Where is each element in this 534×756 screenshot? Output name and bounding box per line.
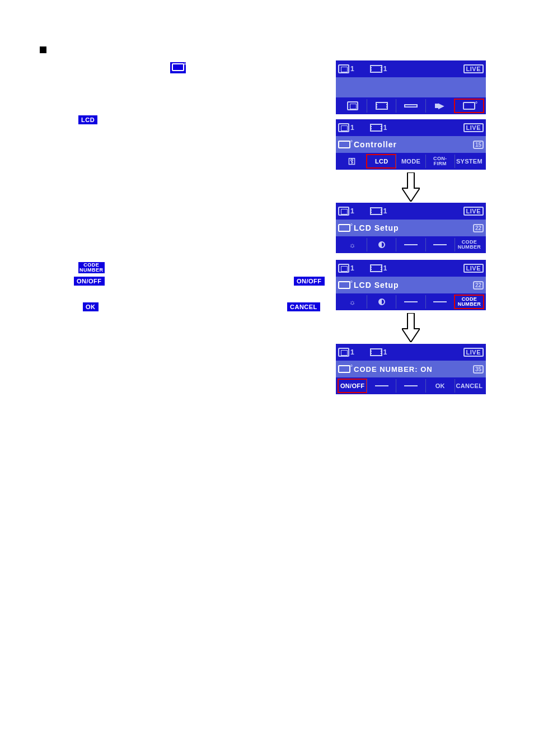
speaker-button[interactable] xyxy=(425,99,455,113)
code-number-button[interactable]: CODENUMBER xyxy=(455,238,484,251)
title-row: Controller 15 xyxy=(336,136,486,153)
spacer-row xyxy=(336,77,486,97)
film-num: 1 xyxy=(383,346,387,359)
lcd-tag: LCD xyxy=(78,115,97,124)
monitor-button[interactable] xyxy=(338,99,367,113)
brightness-button[interactable]: ☼ xyxy=(338,238,367,251)
controller-icon xyxy=(338,221,350,235)
monitor-icon xyxy=(338,62,349,76)
arrow-down-icon xyxy=(402,172,424,202)
blank-button-1[interactable] xyxy=(396,295,425,309)
confirm-button[interactable]: CON-FIRM xyxy=(425,155,455,168)
screen-title: Controller xyxy=(354,138,397,151)
system-button[interactable]: SYSTEM xyxy=(455,155,484,168)
contrast-button[interactable] xyxy=(367,238,396,251)
controller-icon xyxy=(338,362,350,376)
button-row: ON/OFF OK CANCEL xyxy=(336,377,486,394)
blank-button-1[interactable] xyxy=(367,379,396,393)
blank-button-2[interactable] xyxy=(425,238,455,251)
controller-glyph-icon xyxy=(172,63,184,71)
key-button[interactable]: ⚿ xyxy=(338,155,367,168)
brightness-button[interactable]: ☼ xyxy=(338,295,367,309)
button-row xyxy=(336,97,486,114)
film-icon xyxy=(370,62,382,76)
monitor-icon xyxy=(338,346,349,359)
button-row: ☼ CODENUMBER xyxy=(336,293,486,310)
status-row: 1 1 LIVE xyxy=(336,260,486,277)
screen-title: CODE NUMBER: ON xyxy=(354,362,433,376)
contrast-icon xyxy=(378,241,385,248)
status-row: 1 1 LIVE xyxy=(336,119,486,136)
ok-button[interactable]: OK xyxy=(425,379,455,393)
lcd-screen-5: 1 1 LIVE CODE NUMBER: ON 35 ON/OFF OK CA… xyxy=(336,344,486,394)
title-row: LCD Setup 22 xyxy=(336,220,486,236)
page-num: 35 xyxy=(473,365,484,374)
section-bullet xyxy=(40,46,46,53)
blank-button-2[interactable] xyxy=(425,295,455,309)
screen-title: LCD Setup xyxy=(354,221,399,235)
lcd-screen-4: 1 1 LIVE LCD Setup 22 ☼ CODENUMBER xyxy=(336,260,486,310)
live-indicator: LIVE xyxy=(463,264,484,273)
live-indicator: LIVE xyxy=(463,64,484,73)
on-off-button[interactable]: ON/OFF xyxy=(338,379,367,393)
status-row: 1 1 LIVE xyxy=(336,344,486,361)
lcd-screen-1: 1 1 LIVE xyxy=(336,60,486,114)
monitor-num: 1 xyxy=(350,346,354,359)
brightness-icon: ☼ xyxy=(349,298,355,306)
page-num: 15 xyxy=(473,141,484,149)
mode-button[interactable]: MODE xyxy=(396,155,425,168)
film-button[interactable] xyxy=(367,99,396,113)
monitor-icon xyxy=(338,204,349,218)
bar-button[interactable] xyxy=(396,99,425,113)
monitor-icon xyxy=(338,121,349,134)
button-row: ☼ CODENUMBER xyxy=(336,236,486,253)
film-icon xyxy=(370,346,382,359)
status-row: 1 1 LIVE xyxy=(336,203,486,220)
page-num: 22 xyxy=(473,224,484,232)
brightness-icon: ☼ xyxy=(349,241,355,249)
lcd-button[interactable]: LCD xyxy=(367,155,396,168)
lcd-screen-2: 1 1 LIVE Controller 15 ⚿ LCD MODE CON-FI… xyxy=(336,119,486,170)
cancel-button[interactable]: CANCEL xyxy=(455,379,484,393)
status-row: 1 1 LIVE xyxy=(336,60,486,77)
film-icon xyxy=(370,262,382,275)
code-number-tag: CODENUMBER xyxy=(78,262,105,273)
blank-button-2[interactable] xyxy=(396,379,425,393)
controller-button[interactable] xyxy=(455,99,484,113)
lcd-screen-3: 1 1 LIVE LCD Setup 22 ☼ CODENUMBER xyxy=(336,203,486,253)
live-indicator: LIVE xyxy=(463,207,484,216)
monitor-num: 1 xyxy=(350,204,354,218)
cancel-tag: CANCEL xyxy=(287,302,320,311)
monitor-num: 1 xyxy=(350,121,354,134)
title-row: LCD Setup 22 xyxy=(336,277,486,293)
page-num: 22 xyxy=(473,281,484,290)
on-off-tag-left: ON/OFF xyxy=(74,277,105,286)
key-icon: ⚿ xyxy=(348,157,356,166)
contrast-button[interactable] xyxy=(367,295,396,309)
film-icon xyxy=(370,121,382,134)
monitor-icon xyxy=(338,262,349,275)
controller-icon xyxy=(338,278,350,292)
monitor-num: 1 xyxy=(350,62,354,76)
monitor-num: 1 xyxy=(350,262,354,275)
live-indicator: LIVE xyxy=(463,348,484,357)
title-row: CODE NUMBER: ON 35 xyxy=(336,361,486,377)
arrow-down-icon xyxy=(402,313,424,342)
controller-icon xyxy=(338,138,350,151)
contrast-icon xyxy=(378,298,385,305)
film-num: 1 xyxy=(383,204,387,218)
film-num: 1 xyxy=(383,262,387,275)
ok-tag: OK xyxy=(83,302,99,311)
film-num: 1 xyxy=(383,121,387,134)
film-icon xyxy=(370,204,382,218)
code-number-button[interactable]: CODENUMBER xyxy=(455,295,484,309)
live-indicator: LIVE xyxy=(463,123,484,132)
button-row: ⚿ LCD MODE CON-FIRM SYSTEM xyxy=(336,153,486,170)
blank-button-1[interactable] xyxy=(396,238,425,251)
controller-icon-tag xyxy=(170,62,186,73)
film-num: 1 xyxy=(383,62,387,76)
screen-title: LCD Setup xyxy=(354,278,399,292)
on-off-tag-right: ON/OFF xyxy=(294,277,325,286)
